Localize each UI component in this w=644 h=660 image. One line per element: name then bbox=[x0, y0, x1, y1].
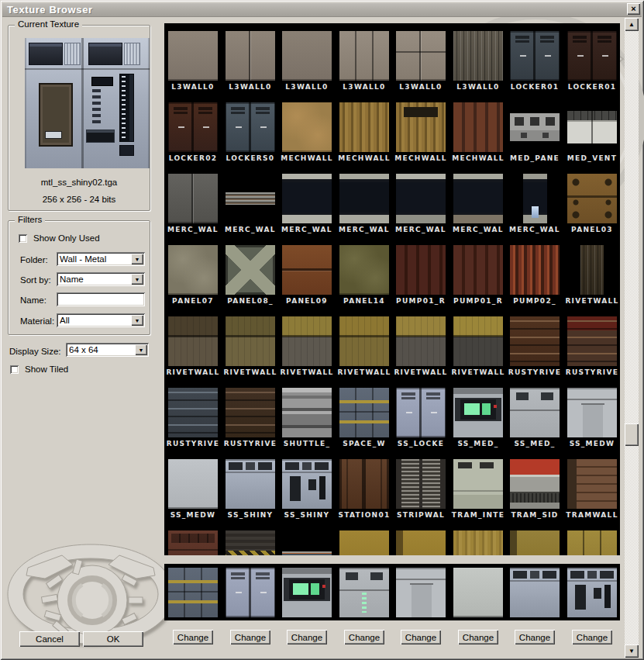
texture-tile[interactable]: LOCKER01 bbox=[567, 31, 617, 81]
change-button[interactable]: Change bbox=[173, 630, 213, 644]
titlebar[interactable]: Texture Browser bbox=[2, 2, 642, 17]
texture-thumbnail[interactable] bbox=[282, 459, 332, 509]
texture-tile[interactable]: RIVETWALL bbox=[453, 316, 503, 366]
texture-thumbnail[interactable] bbox=[168, 174, 218, 223]
scroll-up-button[interactable]: ▲ bbox=[625, 18, 639, 31]
texture-tile[interactable]: SS_MEDW bbox=[567, 388, 617, 437]
texture-tile[interactable]: LOCKER02 bbox=[168, 102, 218, 152]
texture-tile[interactable] bbox=[226, 530, 275, 555]
change-button[interactable]: Change bbox=[458, 630, 498, 644]
slot-texture[interactable] bbox=[282, 568, 332, 617]
texture-thumbnail[interactable] bbox=[339, 245, 389, 295]
texture-thumbnail[interactable] bbox=[396, 568, 446, 617]
sort-by-select[interactable]: Name ▼ bbox=[57, 272, 145, 286]
texture-tile[interactable]: TRAM_INTE bbox=[453, 459, 503, 509]
texture-tile[interactable] bbox=[282, 530, 332, 555]
texture-tile[interactable] bbox=[510, 530, 560, 555]
texture-thumbnail[interactable] bbox=[226, 459, 275, 509]
texture-tile[interactable]: PANEL09 bbox=[282, 245, 332, 295]
material-select[interactable]: All ▼ bbox=[57, 313, 145, 327]
texture-tile[interactable]: RUSTYRIVE bbox=[567, 316, 617, 366]
texture-tile[interactable]: RUSTYRIVE bbox=[168, 388, 218, 437]
texture-thumbnail[interactable] bbox=[168, 459, 218, 509]
texture-thumbnail[interactable] bbox=[339, 102, 389, 152]
texture-thumbnail[interactable] bbox=[168, 102, 218, 152]
texture-tile[interactable]: SS_SHINY bbox=[282, 459, 332, 509]
texture-thumbnail[interactable] bbox=[282, 31, 332, 81]
change-button[interactable]: Change bbox=[287, 630, 327, 644]
texture-thumbnail[interactable] bbox=[453, 316, 503, 366]
change-button[interactable]: Change bbox=[401, 630, 441, 644]
texture-thumbnail[interactable] bbox=[168, 568, 218, 617]
texture-tile[interactable]: PANEL14 bbox=[339, 245, 389, 295]
texture-tile[interactable]: MED_VENT bbox=[567, 102, 617, 143]
texture-tile[interactable]: L3WALL0 bbox=[339, 31, 389, 81]
texture-tile[interactable]: MERC_WAL bbox=[396, 174, 446, 223]
slot-texture[interactable] bbox=[339, 568, 389, 617]
texture-tile[interactable]: MERC_WAL bbox=[453, 174, 503, 223]
texture-thumbnail[interactable] bbox=[282, 388, 332, 437]
change-button[interactable]: Change bbox=[344, 630, 384, 644]
scrollbar-thumb[interactable] bbox=[625, 423, 639, 446]
texture-thumbnail[interactable] bbox=[226, 102, 275, 152]
scrollbar-track[interactable] bbox=[625, 31, 639, 644]
texture-tile[interactable]: RIVETWALL bbox=[396, 316, 446, 366]
texture-tile[interactable]: STRIPWAL bbox=[396, 459, 446, 509]
texture-thumbnail[interactable] bbox=[396, 388, 446, 437]
texture-thumbnail[interactable] bbox=[226, 192, 275, 205]
texture-tile[interactable]: MECHWALL bbox=[396, 102, 446, 152]
texture-thumbnail[interactable] bbox=[510, 568, 560, 617]
texture-tile[interactable]: MECHWALL bbox=[339, 102, 389, 152]
texture-thumbnail[interactable] bbox=[168, 388, 218, 437]
texture-tile[interactable]: L3WALL0 bbox=[226, 31, 275, 81]
texture-tile[interactable]: MERC_WAL bbox=[168, 174, 218, 223]
texture-thumbnail[interactable] bbox=[523, 174, 547, 223]
display-size-select[interactable]: 64 x 64 ▼ bbox=[66, 343, 149, 357]
slot-texture[interactable] bbox=[226, 568, 275, 617]
texture-tile[interactable]: SS_MED_ bbox=[453, 388, 503, 437]
texture-thumbnail[interactable] bbox=[453, 459, 503, 509]
texture-thumbnail[interactable] bbox=[339, 316, 389, 366]
texture-thumbnail[interactable] bbox=[510, 31, 560, 81]
folder-select[interactable]: Wall - Metal ▼ bbox=[57, 252, 145, 266]
texture-tile[interactable] bbox=[567, 530, 617, 555]
texture-tile[interactable]: L3WALL0 bbox=[396, 31, 446, 81]
texture-tile[interactable]: RIVETWALL bbox=[339, 316, 389, 366]
texture-thumbnail[interactable] bbox=[226, 31, 275, 81]
texture-thumbnail[interactable] bbox=[168, 316, 218, 366]
show-only-used-checkbox[interactable] bbox=[19, 234, 27, 243]
texture-thumbnail[interactable] bbox=[453, 102, 503, 152]
texture-tile[interactable]: RIVETWALL bbox=[226, 316, 275, 366]
texture-thumbnail[interactable] bbox=[567, 174, 617, 223]
texture-tile[interactable]: TRAM_SID bbox=[510, 459, 560, 509]
texture-tile[interactable]: MECHWALL bbox=[453, 102, 503, 152]
change-button[interactable]: Change bbox=[515, 630, 555, 644]
texture-thumbnail[interactable] bbox=[168, 31, 218, 81]
texture-tile[interactable]: PUMP02_ bbox=[510, 245, 560, 295]
texture-tile[interactable]: SHUTTLE_ bbox=[282, 388, 332, 437]
texture-thumbnail[interactable] bbox=[453, 568, 503, 617]
texture-thumbnail[interactable] bbox=[453, 31, 503, 81]
scroll-down-button[interactable]: ▼ bbox=[625, 644, 639, 658]
slot-texture[interactable] bbox=[567, 568, 617, 617]
texture-tile[interactable]: RUSTYRIVE bbox=[510, 316, 560, 366]
texture-tile[interactable]: RIVETWALL bbox=[282, 316, 332, 366]
texture-thumbnail[interactable] bbox=[453, 174, 503, 223]
texture-thumbnail[interactable] bbox=[282, 568, 332, 617]
texture-thumbnail[interactable] bbox=[567, 530, 617, 555]
slot-texture[interactable] bbox=[168, 568, 218, 617]
texture-tile[interactable]: MERC_WAL bbox=[226, 174, 275, 205]
texture-tile[interactable]: LOCKERS0 bbox=[226, 102, 275, 152]
texture-tile[interactable]: SPACE_W bbox=[339, 388, 389, 437]
show-tiled-checkbox[interactable] bbox=[10, 365, 19, 374]
texture-thumbnail[interactable] bbox=[567, 31, 617, 81]
texture-thumbnail[interactable] bbox=[226, 388, 275, 437]
change-button[interactable]: Change bbox=[230, 630, 270, 644]
cancel-button[interactable]: Cancel bbox=[19, 631, 80, 647]
texture-thumbnail[interactable] bbox=[567, 568, 617, 617]
texture-tile[interactable] bbox=[396, 530, 446, 555]
slot-texture[interactable] bbox=[396, 568, 446, 617]
dropdown-arrow-icon[interactable]: ▼ bbox=[131, 274, 143, 285]
texture-tile[interactable]: SS_SHINY bbox=[226, 459, 275, 509]
texture-thumbnail[interactable] bbox=[226, 568, 275, 617]
